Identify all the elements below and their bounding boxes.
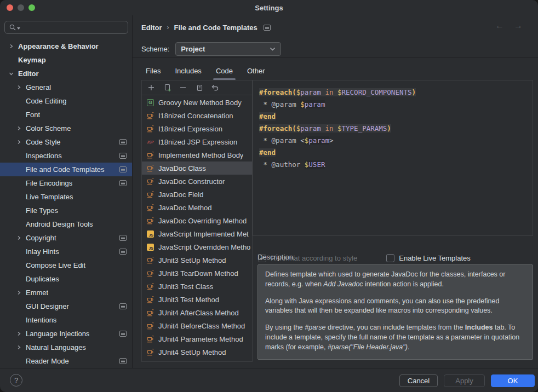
- sidebar-item-emmet[interactable]: Emmet: [0, 286, 132, 299]
- template-item-label: JUnit3 Test Class: [158, 283, 213, 291]
- sidebar-item-inspections[interactable]: Inspections: [0, 149, 132, 163]
- template-item-junit4-setup-method[interactable]: JUnit4 SetUp Method: [142, 345, 252, 359]
- monitor-icon: [264, 25, 271, 31]
- template-item-javadoc-method[interactable]: JavaDoc Method: [142, 201, 252, 214]
- java-class-icon: [146, 309, 154, 317]
- add-template-button[interactable]: [147, 83, 156, 92]
- sidebar-item-file-types[interactable]: File Types: [0, 204, 132, 217]
- template-item-junit3-setup-method[interactable]: JUnit3 SetUp Method: [142, 253, 252, 267]
- scheme-row: Scheme: Project: [141, 42, 281, 56]
- chevron-right-icon[interactable]: [14, 124, 23, 133]
- tab-includes[interactable]: Includes: [168, 63, 208, 78]
- sidebar-item-color-scheme[interactable]: Color Scheme: [0, 122, 132, 135]
- monitor-icon: [119, 358, 127, 364]
- chevron-right-icon[interactable]: [14, 83, 23, 92]
- chevron-right-icon[interactable]: [14, 330, 23, 338]
- ok-button[interactable]: OK: [491, 374, 535, 387]
- template-item-label: I18nized JSP Expression: [158, 138, 237, 146]
- template-item-label: JavaDoc Method: [158, 204, 212, 212]
- template-item-i18nized-concatenation[interactable]: I18nized Concatenation: [142, 109, 252, 122]
- template-item-i18nized-expression[interactable]: I18nized Expression: [142, 122, 252, 135]
- template-item-javadoc-overriding-method[interactable]: JavaDoc Overriding Method: [142, 214, 252, 227]
- sidebar-item-code-editing[interactable]: Code Editing: [0, 94, 132, 108]
- sidebar-item-label: Reader Mode: [26, 357, 69, 365]
- chevron-down-icon[interactable]: [7, 70, 15, 78]
- sidebar-item-android-design-tools[interactable]: Android Design Tools: [0, 217, 132, 231]
- cancel-button[interactable]: Cancel: [399, 374, 438, 387]
- forward-icon[interactable]: →: [514, 21, 523, 31]
- sidebar-item-font[interactable]: Font: [0, 108, 132, 122]
- sidebar-item-label: File Types: [26, 206, 58, 215]
- sidebar-item-keymap[interactable]: Keymap: [0, 53, 132, 67]
- template-code-editor[interactable]: #foreach($param in $RECORD_COMPONENTS) *…: [253, 80, 533, 236]
- code-line: * @param <$param>: [259, 135, 533, 147]
- code-token: in: [321, 124, 337, 132]
- sidebar-item-language-injections[interactable]: Language Injections: [0, 327, 132, 341]
- apply-button[interactable]: Apply: [444, 374, 485, 387]
- tab-files[interactable]: Files: [139, 63, 168, 78]
- sidebar-item-appearance-behavior[interactable]: Appearance & Behavior: [0, 39, 132, 53]
- tab-code[interactable]: Code: [209, 63, 240, 78]
- sidebar-item-compose-live-edit[interactable]: Compose Live Edit: [0, 258, 132, 272]
- template-item-label: Implemented Method Body: [158, 151, 243, 159]
- sidebar-item-intentions[interactable]: Intentions: [0, 313, 132, 327]
- search-input[interactable]: [21, 24, 124, 32]
- template-item-junit4-parameters-method[interactable]: JUnit4 Parameters Method: [142, 332, 252, 345]
- chevron-right-icon[interactable]: [14, 138, 23, 147]
- chevron-down-icon: [270, 47, 276, 51]
- sidebar-item-editor[interactable]: Editor: [0, 67, 132, 80]
- template-item-groovy-new-method-body[interactable]: GGroovy New Method Body: [142, 96, 252, 109]
- breadcrumb: Editor › File and Code Templates: [141, 22, 271, 33]
- remove-template-button[interactable]: [179, 83, 187, 92]
- java-class-icon: [146, 256, 154, 264]
- chevron-right-icon[interactable]: [7, 42, 15, 51]
- code-token: #end: [259, 112, 276, 120]
- sidebar-item-natural-languages[interactable]: Natural Languages: [0, 341, 132, 354]
- monitor-icon: [119, 331, 127, 337]
- sidebar-item-gui-designer[interactable]: GUI Designer: [0, 299, 132, 313]
- template-item-javadoc-constructor[interactable]: JavaDoc Constructor: [142, 175, 252, 188]
- sidebar-item-label: Keymap: [18, 56, 46, 64]
- sidebar-item-live-templates[interactable]: Live Templates: [0, 190, 132, 204]
- sidebar-item-inlay-hints[interactable]: Inlay Hints: [0, 245, 132, 258]
- scheme-select[interactable]: Project: [175, 42, 281, 56]
- search-box[interactable]: [4, 21, 128, 34]
- java-class-icon: [146, 151, 154, 159]
- template-item-javascript-implemented-met[interactable]: JSJavaScript Implemented Met: [142, 227, 252, 240]
- template-item-i18nized-jsp-expression[interactable]: JSPI18nized JSP Expression: [142, 135, 252, 148]
- help-button[interactable]: ?: [10, 374, 22, 387]
- sidebar-item-reader-mode[interactable]: Reader Mode: [0, 354, 132, 368]
- sidebar-item-code-style[interactable]: Code Style: [0, 135, 132, 149]
- back-icon[interactable]: ←: [495, 21, 504, 31]
- reset-to-default-button[interactable]: [210, 83, 219, 92]
- create-child-template-button[interactable]: [163, 83, 171, 92]
- monitor-icon: [119, 139, 127, 145]
- template-item-junit4-beforeclass-method[interactable]: JUnit4 BeforeClass Method: [142, 319, 252, 332]
- template-item-junit4-afterclass-method[interactable]: JUnit4 AfterClass Method: [142, 306, 252, 319]
- sidebar-item-file-encodings[interactable]: File Encodings: [0, 176, 132, 190]
- template-item-javadoc-class[interactable]: JavaDoc Class: [142, 162, 252, 175]
- sidebar-item-label: Color Scheme: [26, 124, 71, 132]
- sidebar-item-copyright[interactable]: Copyright: [0, 231, 132, 245]
- template-item-junit3-test-method[interactable]: JUnit3 Test Method: [142, 293, 252, 306]
- code-token: $param: [305, 136, 329, 145]
- template-item-javascript-overridden-metho[interactable]: JSJavaScript Overridden Metho: [142, 240, 252, 253]
- sidebar-item-general[interactable]: General: [0, 80, 132, 94]
- code-line: #foreach($param in $TYPE_PARAMS): [259, 123, 533, 135]
- tab-other[interactable]: Other: [240, 63, 272, 78]
- breadcrumb-editor[interactable]: Editor: [141, 24, 162, 32]
- chevron-right-icon[interactable]: [14, 289, 23, 297]
- sidebar-item-duplicates[interactable]: Duplicates: [0, 272, 132, 286]
- template-item-junit3-teardown-method[interactable]: JUnit3 TearDown Method: [142, 267, 252, 280]
- live-templates-checkbox[interactable]: [386, 254, 394, 262]
- chevron-right-icon[interactable]: [14, 343, 23, 352]
- template-item-javadoc-field[interactable]: JavaDoc Field: [142, 188, 252, 201]
- copy-template-button[interactable]: [194, 83, 203, 92]
- sidebar-item-file-and-code-templates[interactable]: File and Code Templates: [0, 163, 132, 176]
- monitor-icon: [119, 166, 127, 172]
- code-token: * @author: [259, 160, 305, 169]
- chevron-right-icon[interactable]: [14, 234, 23, 243]
- code-token: in: [321, 88, 337, 96]
- template-item-junit3-test-class[interactable]: JUnit3 Test Class: [142, 280, 252, 293]
- template-item-implemented-method-body[interactable]: Implemented Method Body: [142, 148, 252, 162]
